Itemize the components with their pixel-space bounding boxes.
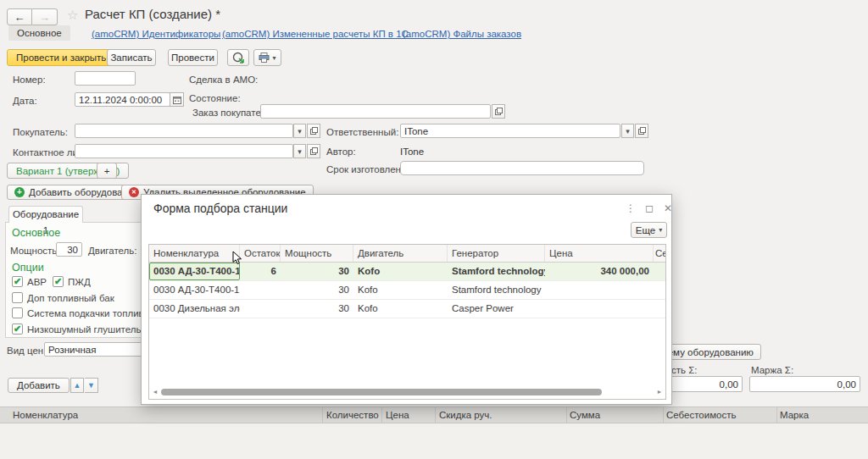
lead-time-field[interactable] [400, 161, 644, 175]
tab-main[interactable]: Основное [8, 25, 70, 41]
dialog-title: Форма подбора станции [153, 202, 287, 215]
date-field[interactable]: 12.11.2024 0:00:00 [75, 92, 170, 107]
horizontal-scrollbar[interactable]: ◄ ► [151, 386, 664, 397]
items-table-header: Номенклатура Количество Цена Скидка руч.… [0, 406, 868, 423]
col-generator[interactable]: Генератор [448, 245, 545, 262]
more-caret-icon: ▾ [659, 226, 662, 234]
cell-stock [240, 281, 281, 299]
buyer-dropdown-button[interactable]: ▾ [293, 124, 306, 138]
column-divider[interactable] [566, 407, 567, 424]
scroll-right-icon[interactable]: ► [655, 389, 664, 395]
number-field[interactable] [75, 71, 136, 86]
open-link-icon [638, 127, 646, 135]
open-link-icon [310, 147, 318, 155]
station-table-header: Номенклатура Остаток Мощность Двигатель … [149, 245, 665, 263]
add-variant-button[interactable]: + [97, 163, 117, 179]
more-button[interactable]: Еще ▾ [631, 222, 667, 238]
power-label: Мощность: [10, 246, 60, 256]
dialog-menu-icon[interactable]: ⋮ [623, 202, 638, 214]
col-stock[interactable]: Остаток [240, 245, 281, 262]
items-table-body[interactable] [0, 423, 868, 459]
link-amocrm-identifiers[interactable]: (amoCRM) Идентификаторы [92, 29, 220, 39]
col-cost: Себестоимость [666, 410, 736, 420]
col-price: Цена [386, 410, 409, 420]
author-label: Автор: [326, 147, 356, 157]
engine-label: Двигатель: [88, 246, 136, 256]
chevron-down-icon: ▾ [298, 147, 302, 156]
buyer-label: Покупатель: [13, 127, 68, 137]
dialog-maximize-icon[interactable]: ◻ [642, 202, 657, 214]
page-title: Расчет КП (создание) * [85, 7, 220, 21]
open-link-icon [310, 127, 318, 135]
power-field[interactable]: 30 [56, 242, 82, 257]
cell-generator: Stamford technology [448, 281, 545, 299]
col-sum: Сумма [570, 410, 600, 420]
col-engine[interactable]: Двигатель [353, 245, 448, 262]
move-down-button[interactable]: ▼ [85, 378, 98, 393]
favorite-star-icon[interactable]: ☆ [67, 8, 78, 23]
column-divider[interactable] [776, 407, 777, 424]
add-circle-icon: + [14, 187, 25, 197]
table-row[interactable]: 0030 АД-30-Т400-1Р… 6 30 Kofo Stamford t… [149, 263, 665, 281]
contact-open-button[interactable] [307, 144, 320, 158]
buyer-field[interactable] [75, 124, 293, 138]
checkbox-avr[interactable]: ✔ [12, 276, 23, 287]
tab-equipment-1[interactable]: Оборудование 1 [8, 206, 83, 223]
contact-field[interactable] [75, 144, 293, 158]
contact-dropdown-button[interactable]: ▾ [293, 144, 306, 158]
responsible-field[interactable]: ITone [400, 124, 620, 138]
responsible-open-button[interactable] [635, 124, 648, 138]
col-price[interactable]: Цена [545, 245, 654, 262]
date-picker-button[interactable] [170, 92, 184, 107]
cell-price [545, 281, 654, 299]
checkbox-fuel-pump-system-label[interactable]: Система подкачки топлива [27, 308, 149, 318]
col-quantity: Количество [326, 410, 379, 420]
post-button[interactable]: Провести [168, 49, 218, 66]
price-type-field[interactable]: Розничная [44, 342, 150, 357]
nav-forward-button[interactable]: → [32, 8, 58, 25]
cell-engine: Kofo [353, 281, 448, 299]
customer-order-open-button[interactable] [492, 104, 505, 119]
column-divider[interactable] [322, 407, 323, 424]
table-row[interactable]: 0030 АД-30-Т400-1Р... 30 Kofo Stamford t… [149, 281, 665, 300]
checkbox-extra-fuel-tank-label[interactable]: Доп топливный бак [27, 293, 114, 303]
add-item-button[interactable]: Добавить [8, 378, 70, 393]
checkbox-pzhd-label[interactable]: ПЖД [68, 277, 91, 287]
col-cost[interactable]: Себ [654, 245, 666, 262]
arrow-down-icon: ▼ [87, 381, 95, 390]
dialog-close-icon[interactable]: ✕ [660, 202, 676, 214]
move-up-button[interactable]: ▲ [70, 378, 84, 393]
column-divider[interactable] [435, 407, 436, 424]
col-nomenclature[interactable]: Номенклатура [149, 245, 240, 262]
checkbox-avr-label[interactable]: АВР [27, 277, 47, 287]
nav-back-button[interactable]: ← [7, 8, 32, 25]
column-divider[interactable] [663, 407, 664, 424]
link-amocrm-changed-calcs[interactable]: (amoCRM) Измененные расчеты КП в 1С [222, 29, 409, 39]
create-based-on-button[interactable] [227, 49, 249, 66]
mouse-cursor [232, 251, 242, 265]
checkbox-low-noise-muffler-label[interactable]: Низкошумный глушитель [27, 324, 141, 335]
chevron-down-icon: ▾ [626, 127, 630, 135]
post-and-close-button[interactable]: Провести и закрыть [7, 49, 115, 66]
scrollbar-thumb[interactable] [161, 389, 602, 395]
col-power[interactable]: Мощность [281, 245, 353, 262]
amo-deal-label: Сделка в АМО: [189, 75, 258, 85]
cell-price [545, 300, 654, 318]
save-button[interactable]: Записать [107, 49, 156, 66]
print-button[interactable]: ▾ [253, 49, 281, 66]
column-divider[interactable] [381, 407, 382, 424]
buyer-open-button[interactable] [307, 124, 320, 138]
remove-circle-icon: ✕ [129, 187, 139, 197]
customer-order-field[interactable] [260, 104, 491, 119]
checkbox-fuel-pump-system[interactable] [12, 307, 23, 318]
checkbox-low-noise-muffler[interactable]: ✔ [12, 324, 23, 335]
checkbox-extra-fuel-tank[interactable] [12, 292, 23, 303]
link-amocrm-order-files[interactable]: (amoCRM) Файлы заказов [403, 29, 521, 39]
table-row[interactable]: 0030 Дизельная эле... 30 Kofo Casper Pow… [149, 300, 665, 318]
cell-power: 30 [281, 281, 353, 299]
scroll-left-icon[interactable]: ◄ [151, 389, 159, 395]
station-table: Номенклатура Остаток Мощность Двигатель … [148, 244, 666, 400]
cell-engine: Kofo [353, 300, 448, 318]
checkbox-pzhd[interactable]: ✔ [53, 276, 64, 287]
responsible-dropdown-button[interactable]: ▾ [621, 124, 634, 138]
